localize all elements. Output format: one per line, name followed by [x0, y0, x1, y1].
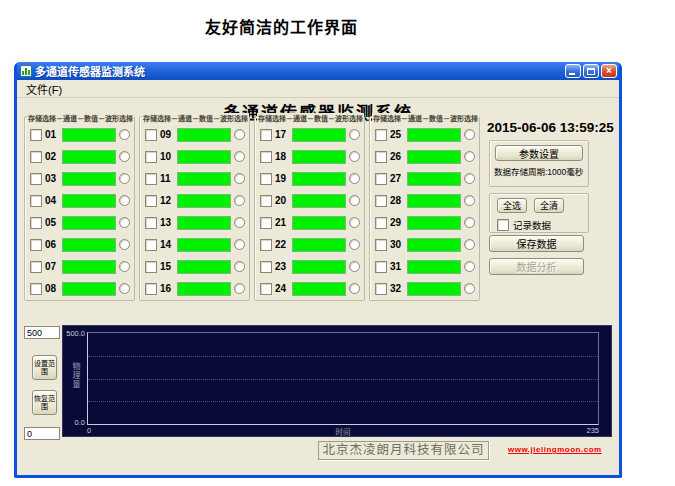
channel-number-label: 21 [275, 217, 290, 228]
store-select-checkbox[interactable] [260, 129, 272, 141]
waveform-select-radio[interactable] [234, 239, 245, 250]
waveform-select-radio[interactable] [119, 283, 130, 294]
store-select-checkbox[interactable] [260, 261, 272, 273]
waveform-select-radio[interactable] [464, 239, 475, 250]
store-select-checkbox[interactable] [260, 217, 272, 229]
clear-all-button[interactable]: 全清 [534, 198, 564, 213]
channel-number-label: 20 [275, 195, 290, 206]
store-select-checkbox[interactable] [145, 173, 157, 185]
channel-number-label: 07 [45, 261, 60, 272]
channel-value-bar [407, 216, 461, 230]
waveform-select-radio[interactable] [234, 195, 245, 206]
store-select-checkbox[interactable] [30, 217, 42, 229]
y-max-input[interactable] [24, 326, 60, 339]
store-select-checkbox[interactable] [145, 261, 157, 273]
store-select-checkbox[interactable] [375, 239, 387, 251]
channel-groups: 存储选择－通道－数值－波形选择0102030405060708存储选择－通道－数… [24, 116, 480, 301]
menu-file[interactable]: 文件(F) [21, 80, 67, 98]
website-link[interactable]: www.jielingmoon.com [508, 445, 602, 454]
store-select-checkbox[interactable] [260, 283, 272, 295]
waveform-select-radio[interactable] [349, 239, 360, 250]
waveform-select-radio[interactable] [234, 129, 245, 140]
waveform-select-radio[interactable] [349, 151, 360, 162]
store-select-checkbox[interactable] [145, 239, 157, 251]
store-select-checkbox[interactable] [145, 217, 157, 229]
waveform-select-radio[interactable] [349, 283, 360, 294]
window-titlebar[interactable]: 多通道传感器监测系统 × [17, 62, 619, 80]
channel-row: 17 [260, 127, 360, 142]
waveform-select-radio[interactable] [464, 261, 475, 272]
store-select-checkbox[interactable] [30, 173, 42, 185]
channel-number-label: 27 [390, 173, 405, 184]
waveform-select-radio[interactable] [349, 173, 360, 184]
y-min-input[interactable] [24, 427, 60, 440]
channel-number-label: 16 [160, 283, 175, 294]
waveform-select-radio[interactable] [234, 217, 245, 228]
waveform-select-radio[interactable] [119, 173, 130, 184]
store-select-checkbox[interactable] [145, 283, 157, 295]
store-select-checkbox[interactable] [145, 129, 157, 141]
store-select-checkbox[interactable] [145, 195, 157, 207]
waveform-select-radio[interactable] [119, 261, 130, 272]
channel-row: 08 [30, 281, 130, 296]
save-data-button[interactable]: 保存数据 [489, 235, 584, 252]
waveform-select-radio[interactable] [464, 217, 475, 228]
store-select-checkbox[interactable] [375, 173, 387, 185]
close-icon[interactable]: × [601, 64, 617, 78]
gridline [88, 401, 598, 402]
waveform-select-radio[interactable] [119, 217, 130, 228]
company-name-box: 北京杰凌朗月科技有限公司 [318, 441, 489, 460]
store-select-checkbox[interactable] [375, 261, 387, 273]
channel-row: 18 [260, 149, 360, 164]
store-select-checkbox[interactable] [260, 239, 272, 251]
channel-number-label: 13 [160, 217, 175, 228]
channel-number-label: 01 [45, 129, 60, 140]
store-select-checkbox[interactable] [30, 239, 42, 251]
waveform-select-radio[interactable] [464, 129, 475, 140]
waveform-select-radio[interactable] [464, 173, 475, 184]
store-select-checkbox[interactable] [30, 151, 42, 163]
store-select-checkbox[interactable] [260, 173, 272, 185]
store-select-checkbox[interactable] [260, 195, 272, 207]
waveform-select-radio[interactable] [349, 261, 360, 272]
waveform-select-radio[interactable] [234, 283, 245, 294]
store-select-checkbox[interactable] [375, 129, 387, 141]
store-select-checkbox[interactable] [30, 261, 42, 273]
store-select-checkbox[interactable] [145, 151, 157, 163]
store-select-checkbox[interactable] [30, 129, 42, 141]
maximize-icon[interactable] [583, 64, 599, 78]
waveform-select-radio[interactable] [349, 129, 360, 140]
waveform-select-radio[interactable] [234, 151, 245, 162]
waveform-select-radio[interactable] [119, 129, 130, 140]
channel-value-bar [292, 150, 346, 164]
set-range-button[interactable]: 设置范围 [32, 355, 57, 380]
store-select-checkbox[interactable] [30, 195, 42, 207]
channel-row: 06 [30, 237, 130, 252]
channel-group: 存储选择－通道－数值－波形选择2526272829303132 [369, 116, 480, 301]
restore-range-button[interactable]: 恢复范围 [32, 390, 57, 415]
waveform-select-radio[interactable] [119, 195, 130, 206]
waveform-select-radio[interactable] [119, 151, 130, 162]
waveform-select-radio[interactable] [234, 173, 245, 184]
minimize-icon[interactable] [565, 64, 581, 78]
waveform-select-radio[interactable] [349, 217, 360, 228]
waveform-select-radio[interactable] [464, 195, 475, 206]
store-select-checkbox[interactable] [375, 151, 387, 163]
select-all-button[interactable]: 全选 [497, 198, 527, 213]
params-settings-button[interactable]: 参数设置 [495, 145, 583, 161]
waveform-select-radio[interactable] [464, 283, 475, 294]
waveform-select-radio[interactable] [464, 151, 475, 162]
store-select-checkbox[interactable] [375, 217, 387, 229]
waveform-select-radio[interactable] [234, 261, 245, 272]
channel-row: 03 [30, 171, 130, 186]
store-select-checkbox[interactable] [30, 283, 42, 295]
y-axis-min-tick: 0.0 [64, 418, 85, 427]
store-select-checkbox[interactable] [375, 195, 387, 207]
channel-number-label: 04 [45, 195, 60, 206]
channel-row: 21 [260, 215, 360, 230]
waveform-select-radio[interactable] [119, 239, 130, 250]
waveform-select-radio[interactable] [349, 195, 360, 206]
store-select-checkbox[interactable] [375, 283, 387, 295]
record-data-checkbox[interactable] [497, 219, 509, 231]
store-select-checkbox[interactable] [260, 151, 272, 163]
